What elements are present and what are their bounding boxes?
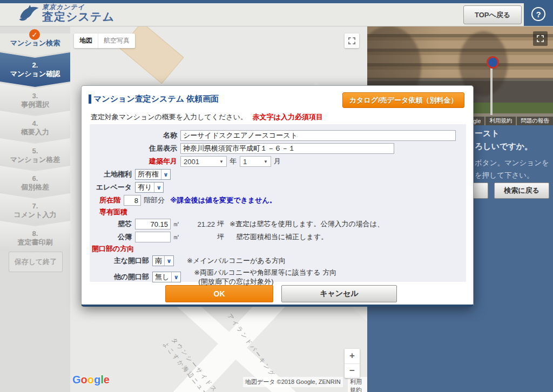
name-input[interactable] [180,130,456,141]
map-type-map-button[interactable]: 地図 [74,33,98,48]
sidebar-step-print[interactable]: 8. 査定書印刷 [0,221,70,252]
sidebar-step-cases[interactable]: 3. 事例選択 [0,83,70,114]
select-chevron-icon: ∨ [161,170,170,179]
elevator-value: 有り [136,183,154,192]
dropdown-arrow-icon: ▼ [264,159,268,164]
other-opening-notes: ※両面バルコニーや角部屋等に該当する 方向 (開放廊下の窓は対象外) [194,267,336,287]
logo-text-bottom: 査定システム [42,11,114,22]
map-fullscreen-button[interactable] [345,33,359,48]
panel-text-line: を押して下さい。 [475,171,534,180]
form-row-address: 住居表示 [90,142,466,155]
other-opening-select[interactable]: 無し ∨ [152,272,181,282]
sidebar-step-confirm[interactable]: 2. マンション確認 [0,52,70,87]
land-rights-label: 土地権利 [90,170,132,179]
opening-section-header: 開口部の方向 [90,244,466,254]
month-suffix: 月 [274,157,281,166]
fullscreen-icon [348,37,356,45]
dialog-title: マンション査定システム 依頼画面 [93,94,219,104]
sidebar-step-comment[interactable]: 7. コメント入力 [0,193,70,225]
form-row-other-opening: 他の開口部 無し ∨ ※両面バルコニーや角部屋等に該当する 方向 (開放廊下の窓… [90,267,466,287]
app-logo: 東京カンテイ 査定システム [18,4,114,22]
save-and-exit-button[interactable]: 保存して終了 [9,252,63,272]
ok-button[interactable]: OK [165,285,273,302]
panel-text-line: ースト [475,129,500,139]
elevator-select[interactable]: 有り ∨ [135,182,164,193]
back-to-top-button[interactable]: TOPへ戻る [463,5,522,24]
google-logo[interactable]: Google [72,374,110,386]
zoom-out-button[interactable]: − [345,364,360,379]
streetview-terms-link[interactable]: 利用規約 [485,117,516,125]
photo-road-sign [487,56,499,69]
step-sidebar: ✓ マンション検索 2. マンション確認 3. 事例選択 4. 概要入力 5. … [0,26,70,392]
panel-text-line: ボタン。マンションを [475,158,549,168]
other-opening-label: 他の開口部 [90,272,149,282]
other-opening-note-line1: ※両面バルコニーや角部屋等に該当する 方向 [194,268,336,277]
cancel-button[interactable]: キャンセル [281,285,397,302]
zoom-in-button[interactable]: + [345,349,360,364]
required-note: 赤文字は入力必須項目 [253,113,323,121]
catalog-data-request-button[interactable]: カタログ/売データ依頼（別料金） [342,92,464,108]
main-opening-select[interactable]: 南 ∨ [152,255,174,266]
built-year-value: 2001 [184,158,199,166]
area-section-header: 専有面積 [90,207,466,218]
form-row-name: 名称 [90,129,466,142]
google-logo-letter: o [87,374,94,386]
form-row-registry-area: 公簿 ㎡ 坪 壁芯面積相当に補正します。 [90,231,466,244]
area-section-label: 専有面積 [99,207,127,217]
form-row-built: 建築年月 2001 ▼ 年 1 ▼ 月 [90,155,466,168]
floor-warning-note: ※課金後は値を変更できません。 [170,195,276,205]
sqm-unit: ㎡ [173,232,180,242]
area-note-line2: 壁芯面積相当に補正します。 [236,232,328,242]
streetview-fullscreen-button[interactable] [533,31,548,46]
google-logo-letter: g [94,374,100,386]
help-icon[interactable]: ? [531,7,545,21]
elevator-label: エレベータ [90,183,132,192]
built-month-value: 1 [243,158,247,166]
other-opening-value: 無し [153,272,171,282]
registry-area-input[interactable] [135,232,171,242]
title-accent-bar [89,94,91,104]
built-month-select[interactable]: 1 ▼ [240,156,271,167]
address-input[interactable] [180,143,394,154]
sidebar-step-mansion-gap[interactable]: 5. マンション格差 [0,138,70,170]
streetview-report-link[interactable]: 問題の報告 [517,117,553,125]
google-logo-letter: o [81,374,87,386]
wall-area-input[interactable] [135,219,171,229]
built-year-select[interactable]: 2001 ▼ [180,156,227,167]
form-row-elevator: エレベータ 有り ∨ [90,181,466,194]
form-row-land-rights: 土地権利 所有権 ∨ [90,168,466,181]
year-suffix: 年 [230,157,237,166]
fullscreen-icon [536,35,544,43]
dropdown-arrow-icon: ▼ [219,159,224,164]
wall-tsubo-value: 21.22 [187,220,215,228]
map-type-control: 地図 航空写真 [74,33,135,48]
google-logo-letter: G [72,374,81,386]
main-opening-note: ※メインバルコニーがある方向 [187,256,286,266]
dolphin-logo-icon [18,4,40,22]
step-done-check-icon: ✓ [29,29,40,40]
land-rights-select[interactable]: 所有権 ∨ [135,169,171,180]
select-chevron-icon: ∨ [154,183,163,192]
floor-suffix: 階部分 [144,195,165,205]
sqm-unit: ㎡ [173,219,180,229]
land-rights-value: 所有権 [136,170,161,179]
app-header: 東京カンテイ 査定システム TOPへ戻る ? [0,0,553,26]
address-label: 住居表示 [90,144,177,153]
sidebar-step-overview[interactable]: 4. 概要入力 [0,111,70,142]
built-date-label: 建築年月 [90,157,177,166]
instruction-text: 査定対象マンションの概要を入力してください。 [91,113,247,121]
sidebar-step-individual-gap[interactable]: 6. 個別格差 [0,166,70,197]
appraisal-form: 名称 住居表示 建築年月 2001 ▼ 年 1 ▼ 月 土地権利 所有権 ∨ [90,124,466,282]
map-attribution: 地図データ ©2018 Google, ZENRIN [243,377,343,387]
tsubo-unit: 坪 [217,232,224,242]
map-type-satellite-button[interactable]: 航空写真 [98,33,135,48]
floor-input[interactable] [124,195,141,206]
google-logo-letter: e [104,374,110,386]
form-row-floor: 所在階 階部分 ※課金後は値を変更できません。 [90,194,466,207]
registry-area-label: 公簿 [90,232,132,242]
map-terms-link[interactable]: 利用規約 [348,377,367,392]
back-to-search-button[interactable]: 検索に戻る [494,183,549,199]
floor-label: 所在階 [90,195,120,205]
step-list: マンション検索 2. マンション確認 3. 事例選択 4. 概要入力 5. マン… [0,33,70,252]
name-label: 名称 [90,131,177,140]
